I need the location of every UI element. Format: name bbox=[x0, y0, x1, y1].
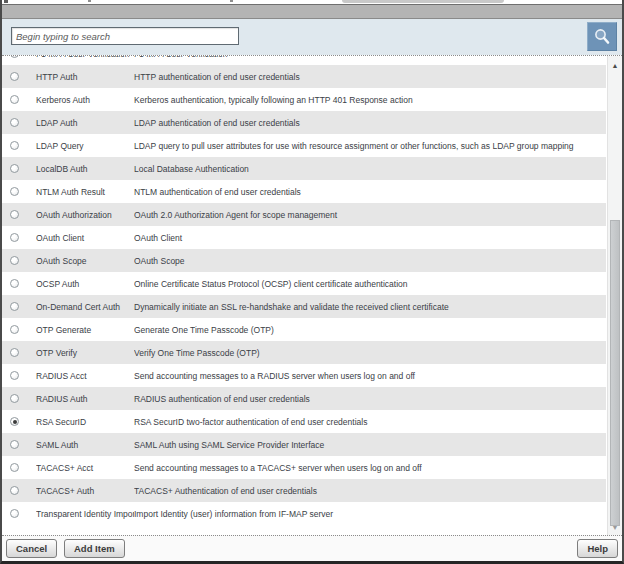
list-item[interactable]: TACACS+ Auth TACACS+ Authentication of e… bbox=[2, 479, 606, 502]
radio-cell bbox=[10, 371, 36, 380]
item-name: OCSP Auth bbox=[36, 279, 134, 289]
list-item[interactable]: Transparent Identity Import Import Ident… bbox=[2, 502, 606, 525]
radio-cell bbox=[10, 55, 36, 58]
list-item[interactable]: LDAP Auth LDAP authentication of end use… bbox=[2, 111, 606, 134]
item-radio[interactable] bbox=[10, 417, 19, 426]
scrollbar[interactable]: ▲ ▼ bbox=[607, 56, 622, 535]
item-radio[interactable] bbox=[10, 279, 19, 288]
item-description: LDAP authentication of end user credenti… bbox=[134, 118, 606, 128]
item-radio[interactable] bbox=[10, 394, 19, 403]
item-radio[interactable] bbox=[10, 233, 19, 242]
item-name: TACACS+ Auth bbox=[36, 486, 134, 496]
item-radio[interactable] bbox=[10, 118, 19, 127]
radio-cell bbox=[10, 394, 36, 403]
cancel-button[interactable]: Cancel bbox=[6, 539, 57, 558]
search-button[interactable] bbox=[587, 22, 617, 51]
item-radio[interactable] bbox=[10, 302, 19, 311]
list-item[interactable]: OCSP Auth Online Certificate Status Prot… bbox=[2, 272, 606, 295]
item-description: OAuth Client bbox=[134, 233, 606, 243]
item-description: Generate One Time Passcode (OTP) bbox=[134, 325, 606, 335]
item-description: Online Certificate Status Protocol (OCSP… bbox=[134, 279, 606, 289]
item-name: NTLM Auth Result bbox=[36, 187, 134, 197]
item-name: OAuth Scope bbox=[36, 256, 134, 266]
item-radio[interactable] bbox=[10, 141, 19, 150]
radio-cell bbox=[10, 509, 36, 518]
search-input[interactable] bbox=[11, 27, 239, 45]
list-item[interactable]: OAuth Client OAuth Client bbox=[2, 226, 606, 249]
add-item-dialog: F5 MFA User Verification F5 MFA User Ver… bbox=[0, 0, 624, 564]
radio-cell bbox=[10, 164, 36, 173]
list-item[interactable]: SAML Auth SAML Auth using SAML Service P… bbox=[2, 433, 606, 456]
radio-cell bbox=[10, 95, 36, 104]
item-name: TACACS+ Acct bbox=[36, 463, 134, 473]
item-name: F5 MFA User Verification bbox=[36, 55, 134, 59]
item-radio[interactable] bbox=[10, 187, 19, 196]
item-name: LocalDB Auth bbox=[36, 164, 134, 174]
scroll-up-icon[interactable]: ▲ bbox=[608, 62, 622, 69]
radio-cell bbox=[10, 417, 36, 426]
list-item[interactable]: OAuth Authorization OAuth 2.0 Authorizat… bbox=[2, 203, 606, 226]
item-description: HTTP authentication of end user credenti… bbox=[134, 72, 606, 82]
list-item[interactable]: OTP Verify Verify One Time Passcode (OTP… bbox=[2, 341, 606, 364]
item-radio[interactable] bbox=[10, 164, 19, 173]
item-radio[interactable] bbox=[10, 72, 19, 81]
background-page-sliver bbox=[2, 0, 622, 4]
list-item[interactable]: OAuth Scope OAuth Scope bbox=[2, 249, 606, 272]
list-item[interactable]: TACACS+ Acct Send accounting messages to… bbox=[2, 456, 606, 479]
item-radio[interactable] bbox=[10, 55, 19, 58]
item-radio[interactable] bbox=[10, 95, 19, 104]
item-name: SAML Auth bbox=[36, 440, 134, 450]
radio-cell bbox=[10, 233, 36, 242]
background-artifact bbox=[4, 0, 8, 3]
list-item[interactable]: HTTP Auth HTTP authentication of end use… bbox=[2, 65, 606, 88]
scroll-down-icon[interactable]: ▼ bbox=[608, 524, 622, 531]
item-description: Import Identity (user) information from … bbox=[134, 509, 606, 519]
item-name: RADIUS Auth bbox=[36, 394, 134, 404]
item-description: F5 MFA User Verification bbox=[134, 55, 606, 59]
list-item[interactable]: LocalDB Auth Local Database Authenticati… bbox=[2, 157, 606, 180]
item-description: Dynamically initiate an SSL re-handshake… bbox=[134, 302, 606, 312]
list-item[interactable]: LDAP Query LDAP query to pull user attri… bbox=[2, 134, 606, 157]
background-artifact bbox=[342, 0, 504, 3]
item-list-viewport: F5 MFA User Verification F5 MFA User Ver… bbox=[2, 55, 622, 535]
magnifier-icon bbox=[592, 27, 612, 47]
item-radio[interactable] bbox=[10, 256, 19, 265]
radio-cell bbox=[10, 440, 36, 449]
scrollbar-thumb[interactable] bbox=[610, 220, 620, 526]
item-description: Send accounting messages to a RADIUS ser… bbox=[134, 371, 606, 381]
list-item[interactable]: RADIUS Auth RADIUS authentication of end… bbox=[2, 387, 606, 410]
list-item[interactable]: OTP Generate Generate One Time Passcode … bbox=[2, 318, 606, 341]
add-item-button[interactable]: Add Item bbox=[64, 539, 125, 558]
item-radio[interactable] bbox=[10, 210, 19, 219]
item-name: OAuth Client bbox=[36, 233, 134, 243]
background-artifact bbox=[88, 0, 91, 2]
item-radio[interactable] bbox=[10, 463, 19, 472]
help-button[interactable]: Help bbox=[577, 539, 618, 558]
list-item[interactable]: On-Demand Cert Auth Dynamically initiate… bbox=[2, 295, 606, 318]
item-radio[interactable] bbox=[10, 486, 19, 495]
list-item[interactable]: RADIUS Acct Send accounting messages to … bbox=[2, 364, 606, 387]
list-item[interactable]: NTLM Auth Result NTLM authentication of … bbox=[2, 180, 606, 203]
item-description: RSA SecurID two-factor authentication of… bbox=[134, 417, 606, 427]
item-name: RSA SecurID bbox=[36, 417, 134, 427]
item-description: Kerberos authentication, typically follo… bbox=[134, 95, 606, 105]
item-list: F5 MFA User Verification F5 MFA User Ver… bbox=[2, 55, 606, 525]
item-description: Send accounting messages to a TACACS+ se… bbox=[134, 463, 606, 473]
item-radio[interactable] bbox=[10, 325, 19, 334]
item-name: Kerberos Auth bbox=[36, 95, 134, 105]
item-radio[interactable] bbox=[10, 509, 19, 518]
list-item[interactable]: RSA SecurID RSA SecurID two-factor authe… bbox=[2, 410, 606, 433]
item-name: OTP Verify bbox=[36, 348, 134, 358]
list-item[interactable]: Kerberos Auth Kerberos authentication, t… bbox=[2, 88, 606, 111]
radio-cell bbox=[10, 463, 36, 472]
item-radio[interactable] bbox=[10, 440, 19, 449]
radio-cell bbox=[10, 118, 36, 127]
item-name: On-Demand Cert Auth bbox=[36, 302, 134, 312]
item-radio[interactable] bbox=[10, 371, 19, 380]
radio-cell bbox=[10, 348, 36, 357]
item-radio[interactable] bbox=[10, 348, 19, 357]
background-artifact bbox=[230, 0, 233, 2]
radio-cell bbox=[10, 486, 36, 495]
list-item[interactable]: F5 MFA User Verification F5 MFA User Ver… bbox=[2, 55, 606, 65]
dialog-titlebar[interactable] bbox=[2, 4, 622, 19]
